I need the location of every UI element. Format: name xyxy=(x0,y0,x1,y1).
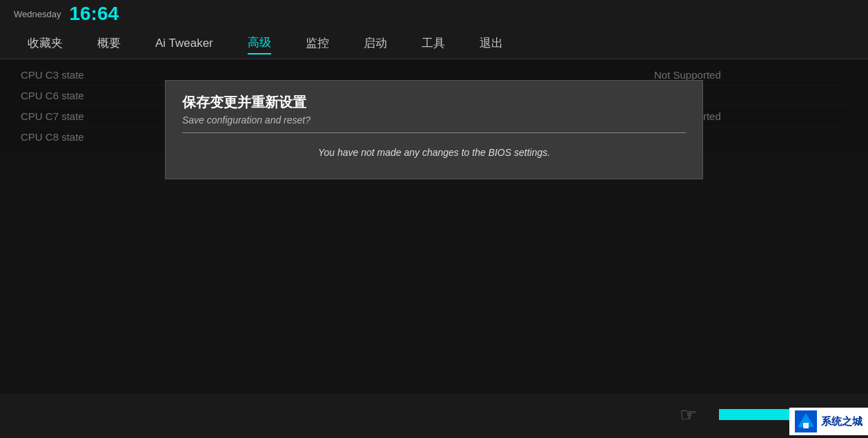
main-content: CPU C3 state Not Supported CPU C6 state … xyxy=(0,59,868,435)
time-display: 16:64 xyxy=(69,3,119,25)
dialog-header: 保存变更并重新设置 Save configuration and reset? xyxy=(166,81,702,132)
watermark: 系统之城 xyxy=(789,408,868,435)
nav-item-monitor[interactable]: 监控 xyxy=(306,32,329,54)
bottom-bar: ☞ 系统之城 xyxy=(0,394,868,435)
svg-rect-2 xyxy=(803,423,809,428)
nav-item-exit[interactable]: 退出 xyxy=(480,32,503,54)
cursor-icon: ☞ xyxy=(680,404,697,426)
nav-item-favorites[interactable]: 收藏夹 xyxy=(28,32,63,54)
nav-item-overview[interactable]: 概要 xyxy=(97,32,121,54)
dialog-message: You have not made any changes to the BIO… xyxy=(166,133,702,179)
nav-item-advanced[interactable]: 高级 xyxy=(248,32,271,54)
nav-item-tools[interactable]: 工具 xyxy=(422,32,445,54)
top-bar: Wednesday 16:64 xyxy=(0,0,868,28)
day-label: Wednesday xyxy=(14,9,61,19)
nav-item-aitweaker[interactable]: Ai Tweaker xyxy=(155,34,213,53)
dialog-title-chinese: 保存变更并重新设置 xyxy=(182,93,686,112)
save-dialog: 保存变更并重新设置 Save configuration and reset? … xyxy=(165,80,703,179)
nav-item-boot[interactable]: 启动 xyxy=(364,32,387,54)
dialog-overlay: 保存变更并重新设置 Save configuration and reset? … xyxy=(0,59,868,435)
dialog-title-english: Save configuration and reset? xyxy=(182,115,686,126)
nav-bar: 收藏夹 概要 Ai Tweaker 高级 监控 启动 工具 退出 xyxy=(0,28,868,59)
watermark-logo-icon xyxy=(795,410,817,432)
watermark-label: 系统之城 xyxy=(821,415,862,428)
